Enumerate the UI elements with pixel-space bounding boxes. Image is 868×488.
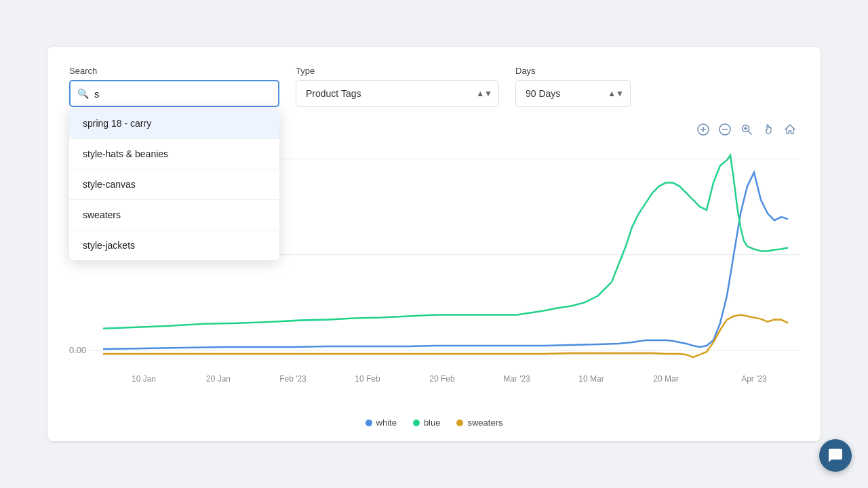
- days-select[interactable]: 30 Days 60 Days 90 Days 180 Days 365 Day…: [515, 80, 631, 107]
- search-group: Search 🔍 spring 18 - carry style-hats & …: [69, 66, 279, 107]
- svg-text:10 Jan: 10 Jan: [132, 373, 156, 383]
- search-icon: 🔍: [77, 88, 89, 99]
- legend-label-sweaters: sweaters: [467, 418, 502, 428]
- legend-white: white: [366, 418, 397, 428]
- dropdown-item-1[interactable]: style-hats & beanies: [69, 139, 279, 169]
- svg-text:10 Feb: 10 Feb: [355, 373, 380, 383]
- card: Search 🔍 spring 18 - carry style-hats & …: [47, 47, 821, 441]
- chart-legend: white blue sweaters: [69, 418, 799, 428]
- pan-button[interactable]: [760, 121, 777, 138]
- svg-text:Feb '23: Feb '23: [279, 373, 307, 383]
- type-select[interactable]: Product Tags Product Types Collections V…: [296, 80, 499, 107]
- search-zoom-button[interactable]: [738, 121, 755, 138]
- legend-dot-sweaters: [456, 420, 463, 426]
- svg-text:Apr '23: Apr '23: [741, 373, 767, 383]
- svg-text:20 Jan: 20 Jan: [206, 373, 231, 383]
- zoom-out-button[interactable]: [716, 121, 734, 138]
- svg-text:Mar '23: Mar '23: [503, 373, 530, 383]
- legend-dot-white: [366, 420, 372, 426]
- svg-text:0.00: 0.00: [69, 345, 86, 355]
- legend-sweaters: sweaters: [456, 418, 502, 428]
- search-input-container: 🔍: [69, 80, 279, 107]
- dropdown-item-0[interactable]: spring 18 - carry: [69, 108, 279, 139]
- legend-label-white: white: [376, 418, 397, 428]
- home-button[interactable]: [781, 121, 799, 138]
- search-wrapper: 🔍 spring 18 - carry style-hats & beanies…: [69, 80, 279, 107]
- search-label: Search: [69, 66, 279, 76]
- search-dropdown: spring 18 - carry style-hats & beanies s…: [69, 108, 279, 260]
- days-label: Days: [515, 66, 631, 76]
- main-container: Search 🔍 spring 18 - carry style-hats & …: [0, 0, 868, 488]
- zoom-in-button[interactable]: [694, 121, 712, 138]
- legend-dot-blue: [413, 420, 420, 426]
- svg-line-6: [749, 131, 752, 135]
- type-group: Type Product Tags Product Types Collecti…: [296, 66, 499, 107]
- chat-button[interactable]: [819, 439, 852, 472]
- chart-toolbar: [694, 121, 799, 138]
- svg-text:20 Feb: 20 Feb: [429, 373, 455, 383]
- legend-blue: blue: [413, 418, 441, 428]
- dropdown-item-3[interactable]: sweaters: [69, 200, 279, 230]
- type-label: Type: [296, 66, 499, 76]
- days-select-wrapper: 30 Days 60 Days 90 Days 180 Days 365 Day…: [515, 80, 631, 107]
- svg-text:10 Mar: 10 Mar: [578, 373, 604, 383]
- dropdown-item-2[interactable]: style-canvas: [69, 169, 279, 200]
- legend-label-blue: blue: [424, 418, 441, 428]
- search-input[interactable]: [94, 88, 271, 100]
- svg-text:20 Mar: 20 Mar: [653, 373, 678, 383]
- dropdown-item-4[interactable]: style-jackets: [69, 230, 279, 260]
- type-select-wrapper: Product Tags Product Types Collections V…: [296, 80, 499, 107]
- days-group: Days 30 Days 60 Days 90 Days 180 Days 36…: [515, 66, 631, 107]
- controls-row: Search 🔍 spring 18 - carry style-hats & …: [69, 66, 799, 107]
